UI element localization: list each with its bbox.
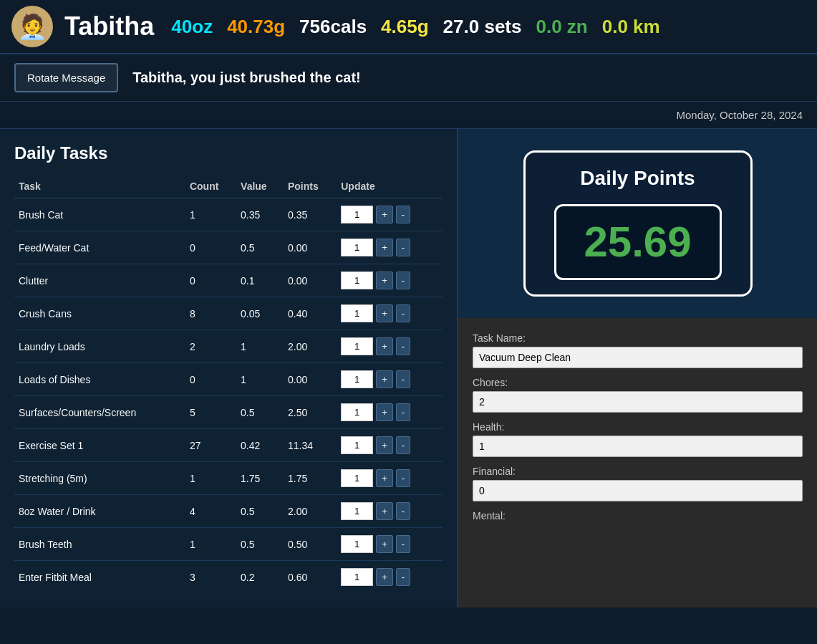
update-input[interactable] xyxy=(341,304,373,322)
task-count-cell: 27 xyxy=(185,429,236,462)
minus-button[interactable]: - xyxy=(396,370,410,388)
update-input[interactable] xyxy=(341,403,373,421)
update-input[interactable] xyxy=(341,502,373,520)
task-value-cell: 0.35 xyxy=(236,198,284,231)
plus-button[interactable]: + xyxy=(376,337,393,355)
task-count-cell: 1 xyxy=(185,462,236,495)
task-update-cell: + - xyxy=(337,561,443,594)
plus-button[interactable]: + xyxy=(376,370,393,388)
update-input[interactable] xyxy=(341,271,373,289)
table-row: Enter Fitbit Meal 3 0.2 0.60 + - xyxy=(14,561,443,594)
form-group-task-name: Task Name: xyxy=(473,332,803,368)
plus-button[interactable]: + xyxy=(376,436,393,454)
task-value-cell: 0.5 xyxy=(236,495,284,528)
task-value-cell: 0.42 xyxy=(236,429,284,462)
financial-input[interactable] xyxy=(473,480,803,501)
content-wrapper: Daily Tasks Task Count Value Points Upda… xyxy=(0,129,817,607)
update-input[interactable] xyxy=(341,469,373,487)
task-value-cell: 1 xyxy=(236,330,284,363)
daily-points-value-box: 25.69 xyxy=(554,204,722,280)
task-update-cell: + - xyxy=(337,330,443,363)
update-input[interactable] xyxy=(341,370,373,388)
task-name-input[interactable] xyxy=(473,347,803,368)
task-points-cell: 2.50 xyxy=(284,396,337,429)
current-date: Monday, October 28, 2024 xyxy=(677,109,803,121)
update-input[interactable] xyxy=(341,206,373,224)
col-value: Value xyxy=(236,175,284,198)
task-points-cell: 0.00 xyxy=(284,363,337,396)
task-update-cell: + - xyxy=(337,297,443,330)
minus-button[interactable]: - xyxy=(396,568,410,586)
stat-sets: 27.0 sets xyxy=(443,16,522,38)
task-count-cell: 4 xyxy=(185,495,236,528)
task-update-cell: + - xyxy=(337,264,443,297)
col-points: Points xyxy=(284,175,337,198)
plus-button[interactable]: + xyxy=(376,535,393,553)
task-update-cell: + - xyxy=(337,462,443,495)
daily-points-value: 25.69 xyxy=(571,221,705,264)
stat-calories: 756cals xyxy=(299,16,367,38)
task-count-cell: 1 xyxy=(185,528,236,561)
task-value-cell: 1 xyxy=(236,363,284,396)
update-input[interactable] xyxy=(341,436,373,454)
task-value-cell: 0.5 xyxy=(236,231,284,264)
task-count-cell: 3 xyxy=(185,561,236,594)
health-label: Health: xyxy=(473,421,803,433)
update-input[interactable] xyxy=(341,568,373,586)
task-update-cell: + - xyxy=(337,363,443,396)
plus-button[interactable]: + xyxy=(376,206,393,224)
tasks-table: Task Count Value Points Update Brush Cat… xyxy=(14,175,443,593)
task-points-cell: 2.00 xyxy=(284,495,337,528)
minus-button[interactable]: - xyxy=(396,337,410,355)
update-input[interactable] xyxy=(341,337,373,355)
stat-zn: 0.0 zn xyxy=(536,16,587,38)
table-row: Laundry Loads 2 1 2.00 + - xyxy=(14,330,443,363)
task-points-cell: 0.00 xyxy=(284,264,337,297)
task-points-cell: 0.40 xyxy=(284,297,337,330)
plus-button[interactable]: + xyxy=(376,271,393,289)
plus-button[interactable]: + xyxy=(376,403,393,421)
plus-button[interactable]: + xyxy=(376,239,393,256)
minus-button[interactable]: - xyxy=(396,502,410,520)
task-points-cell: 11.34 xyxy=(284,429,337,462)
plus-button[interactable]: + xyxy=(376,304,393,322)
minus-button[interactable]: - xyxy=(396,239,410,256)
minus-button[interactable]: - xyxy=(396,469,410,487)
daily-points-section: Daily Points 25.69 xyxy=(458,129,817,318)
task-count-cell: 2 xyxy=(185,330,236,363)
chores-label: Chores: xyxy=(473,377,803,388)
table-row: Clutter 0 0.1 0.00 + - xyxy=(14,264,443,297)
message-text: Tabitha, you just brushed the cat! xyxy=(132,69,361,86)
task-points-cell: 1.75 xyxy=(284,462,337,495)
plus-button[interactable]: + xyxy=(376,502,393,520)
col-task: Task xyxy=(14,175,185,198)
table-row: Stretching (5m) 1 1.75 1.75 + - xyxy=(14,462,443,495)
task-count-cell: 1 xyxy=(185,198,236,231)
task-points-cell: 0.00 xyxy=(284,231,337,264)
update-input[interactable] xyxy=(341,535,373,553)
health-input[interactable] xyxy=(473,436,803,457)
financial-label: Financial: xyxy=(473,466,803,477)
minus-button[interactable]: - xyxy=(396,271,410,289)
minus-button[interactable]: - xyxy=(396,436,410,454)
chores-input[interactable] xyxy=(473,391,803,413)
table-row: 8oz Water / Drink 4 0.5 2.00 + - xyxy=(14,495,443,528)
stat-protein: 40.73g xyxy=(227,16,285,38)
task-name-label: Task Name: xyxy=(473,332,803,344)
minus-button[interactable]: - xyxy=(396,403,410,421)
rotate-message-button[interactable]: Rotate Message xyxy=(14,63,118,92)
form-group-mental: Mental: xyxy=(473,510,803,522)
plus-button[interactable]: + xyxy=(376,469,393,487)
task-name-cell: Feed/Water Cat xyxy=(14,231,185,264)
col-update: Update xyxy=(337,175,443,198)
task-name-cell: Brush Teeth xyxy=(14,528,185,561)
minus-button[interactable]: - xyxy=(396,535,410,553)
task-name-cell: 8oz Water / Drink xyxy=(14,495,185,528)
update-input[interactable] xyxy=(341,239,373,256)
minus-button[interactable]: - xyxy=(396,304,410,322)
minus-button[interactable]: - xyxy=(396,206,410,224)
plus-button[interactable]: + xyxy=(376,568,393,586)
form-group-chores: Chores: xyxy=(473,377,803,413)
task-name-cell: Brush Cat xyxy=(14,198,185,231)
task-count-cell: 8 xyxy=(185,297,236,330)
